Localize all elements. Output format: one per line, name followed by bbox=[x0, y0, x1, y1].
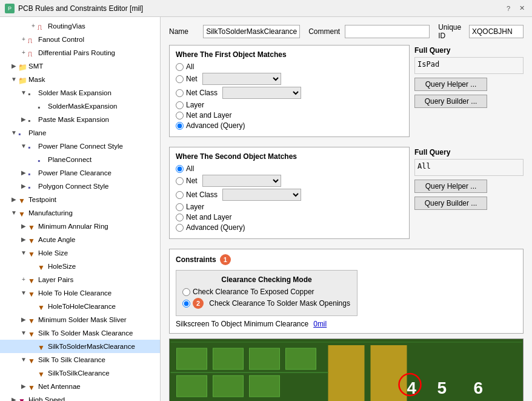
expand-icon[interactable]: + bbox=[29, 21, 38, 32]
expand-icon[interactable]: ▼ bbox=[19, 141, 28, 152]
tree-item-plane[interactable]: ▼ ▪ Plane bbox=[0, 126, 160, 140]
tree-item-silktosoldermask[interactable]: ▼ SilkToSolderMaskClearance bbox=[0, 340, 160, 353]
radio-all-label-2[interactable]: All bbox=[186, 164, 194, 173]
uid-input[interactable] bbox=[469, 25, 524, 38]
expand-icon[interactable]: ▶ bbox=[19, 221, 28, 232]
radio-net-input-2[interactable] bbox=[176, 177, 184, 185]
tree-item-holesize2[interactable]: ▼ HoleSize bbox=[0, 260, 160, 273]
tree-item-poly-connect[interactable]: ▶ ▪ Polygon Connect Style bbox=[0, 180, 160, 193]
radio-adv-input-2[interactable] bbox=[176, 224, 184, 232]
netclass-dropdown-1[interactable] bbox=[222, 87, 301, 99]
tree-item-silk-silk[interactable]: ▼ ▼ Silk To Silk Clearance bbox=[0, 353, 160, 366]
expand-icon[interactable]: ▼ bbox=[19, 354, 28, 365]
radio-netclass-input-1[interactable] bbox=[176, 89, 184, 97]
expand-icon[interactable]: ▼ bbox=[10, 207, 18, 218]
tree-item-holesize[interactable]: ▼ ▼ Hole Size bbox=[0, 246, 160, 260]
expand-icon[interactable]: ▼ bbox=[10, 74, 18, 85]
expand-icon[interactable] bbox=[29, 261, 38, 272]
expand-icon[interactable]: + bbox=[19, 34, 28, 45]
tree-item-solder-mask-exp[interactable]: ▼ ▪ Solder Mask Expansion bbox=[0, 86, 160, 99]
close-button[interactable]: ✕ bbox=[516, 3, 527, 14]
query-builder-btn-1[interactable]: Query Builder ... bbox=[414, 95, 487, 108]
expand-icon[interactable]: + bbox=[19, 274, 28, 285]
radio-netclass-label-2[interactable]: Net Class bbox=[186, 190, 218, 199]
expand-icon[interactable]: ▼ bbox=[19, 328, 28, 339]
netclass-dropdown-2[interactable] bbox=[222, 189, 301, 201]
query-helper-btn-2[interactable]: Query Helper ... bbox=[414, 180, 487, 193]
net-dropdown-2[interactable] bbox=[202, 175, 281, 187]
tree-item-high-speed[interactable]: ▶ ▼ High Speed bbox=[0, 393, 160, 401]
radio-all-label-1[interactable]: All bbox=[186, 62, 194, 71]
expand-icon[interactable]: ▶ bbox=[10, 194, 18, 205]
radio-netlayer-label-2[interactable]: Net and Layer bbox=[186, 213, 231, 221]
tree-item-ppclr[interactable]: ▶ ▪ Power Plane Clearance bbox=[0, 166, 160, 180]
expand-icon[interactable]: ▶ bbox=[10, 394, 18, 401]
radio-layer-label-2[interactable]: Layer bbox=[186, 203, 204, 211]
tree-item-paste-mask[interactable]: ▶ ▪ Paste Mask Expansion bbox=[0, 113, 160, 126]
query-builder-btn-2[interactable]: Query Builder ... bbox=[414, 197, 487, 210]
expand-icon[interactable]: ▶ bbox=[19, 314, 28, 325]
radio-net-label-2[interactable]: Net bbox=[186, 177, 198, 185]
tree-item-soldermaskexp[interactable]: ▪ SolderMaskExpansion bbox=[0, 99, 160, 113]
query-helper-btn-1[interactable]: Query Helper ... bbox=[414, 78, 487, 91]
radio-exp-copper-input[interactable] bbox=[182, 288, 190, 296]
radio-net-input-1[interactable] bbox=[176, 75, 184, 83]
tree-item-planeconnect[interactable]: ▪ PlaneConnect bbox=[0, 153, 160, 166]
tree-item-ppc[interactable]: ▼ ▪ Power Plane Connect Style bbox=[0, 140, 160, 153]
radio-netclass-input-2[interactable] bbox=[176, 191, 184, 199]
expand-icon[interactable]: ▼ bbox=[19, 87, 28, 98]
expand-icon[interactable]: ▶ bbox=[19, 234, 28, 245]
expand-icon[interactable]: ▼ bbox=[10, 127, 18, 138]
radio-layer-label-1[interactable]: Layer bbox=[186, 101, 204, 109]
clearance-value[interactable]: 0mil bbox=[313, 320, 327, 328]
radio-layer-input-1[interactable] bbox=[176, 101, 184, 109]
expand-icon[interactable] bbox=[29, 341, 38, 352]
expand-icon[interactable]: ▼ bbox=[19, 288, 28, 298]
name-input[interactable] bbox=[203, 25, 300, 38]
tree-item-fanout[interactable]: + ⎍ Fanout Control bbox=[0, 33, 160, 46]
radio-netlayer-input-2[interactable] bbox=[176, 214, 184, 221]
pcb-preview: 4 5 6 bbox=[169, 339, 524, 401]
tree-item-net-ant[interactable]: ▶ ▼ Net Antennae bbox=[0, 380, 160, 393]
expand-icon[interactable] bbox=[29, 301, 38, 312]
radio-adv-label-2[interactable]: Advanced (Query) bbox=[186, 223, 245, 232]
help-button[interactable]: ? bbox=[503, 3, 514, 14]
expand-icon[interactable]: ▶ bbox=[19, 167, 28, 178]
radio-netlayer-label-1[interactable]: Net and Layer bbox=[186, 111, 231, 120]
radio-exp-copper-label[interactable]: Check Clearance To Exposed Copper bbox=[193, 288, 314, 296]
radio-all-input-2[interactable] bbox=[176, 165, 184, 173]
radio-all-input-1[interactable] bbox=[176, 63, 184, 71]
tree-item-min-sms[interactable]: ▶ ▼ Minimum Solder Mask Sliver bbox=[0, 313, 160, 326]
expand-icon[interactable] bbox=[29, 101, 38, 112]
radio-adv-input-1[interactable] bbox=[176, 122, 184, 130]
radio-layer-input-2[interactable] bbox=[176, 203, 184, 211]
comment-input[interactable] bbox=[345, 25, 430, 38]
expand-icon[interactable]: + bbox=[19, 47, 28, 58]
tree-item-smt[interactable]: ▶ 📁 SMT bbox=[0, 59, 160, 73]
expand-icon[interactable] bbox=[29, 368, 38, 379]
radio-solder-mask-input[interactable] bbox=[182, 300, 190, 308]
radio-netlayer-input-1[interactable] bbox=[176, 112, 184, 120]
tree-item-min-annular[interactable]: ▶ ▼ Minimum Annular Ring bbox=[0, 220, 160, 233]
tree-item-diff-pairs[interactable]: + ⎍ Differential Pairs Routing bbox=[0, 46, 160, 59]
tree-item-manufacturing[interactable]: ▼ ▼ Manufacturing bbox=[0, 206, 160, 220]
tree-item-layer-pairs[interactable]: + ▼ Layer Pairs bbox=[0, 273, 160, 286]
tree-item-silk-smc[interactable]: ▼ ▼ Silk To Solder Mask Clearance bbox=[0, 326, 160, 340]
expand-icon[interactable]: ▶ bbox=[10, 61, 18, 72]
expand-icon[interactable]: ▼ bbox=[19, 248, 28, 258]
tree-item-h2hclr[interactable]: ▼ HoleToHoleClearance bbox=[0, 300, 160, 313]
expand-icon[interactable] bbox=[29, 154, 38, 165]
tree-item-mask[interactable]: ▼ 📁 Mask bbox=[0, 73, 160, 86]
expand-icon[interactable]: ▶ bbox=[19, 181, 28, 192]
expand-icon[interactable]: ▶ bbox=[19, 381, 28, 392]
radio-netclass-label-1[interactable]: Net Class bbox=[186, 89, 218, 97]
tree-item-h2h[interactable]: ▼ ▼ Hole To Hole Clearance bbox=[0, 286, 160, 300]
radio-adv-label-1[interactable]: Advanced (Query) bbox=[186, 121, 245, 130]
tree-item-acute[interactable]: ▶ ▼ Acute Angle bbox=[0, 233, 160, 246]
tree-item-testpoint[interactable]: ▶ ▼ Testpoint bbox=[0, 193, 160, 206]
radio-net-label-1[interactable]: Net bbox=[186, 75, 198, 83]
tree-item-silktosilk[interactable]: ▼ SilkToSilkClearance bbox=[0, 366, 160, 380]
tree-item-routing-vias[interactable]: + ⎍ RoutingVias bbox=[0, 19, 160, 33]
expand-icon[interactable]: ▶ bbox=[19, 114, 28, 125]
net-dropdown-1[interactable] bbox=[202, 73, 281, 85]
